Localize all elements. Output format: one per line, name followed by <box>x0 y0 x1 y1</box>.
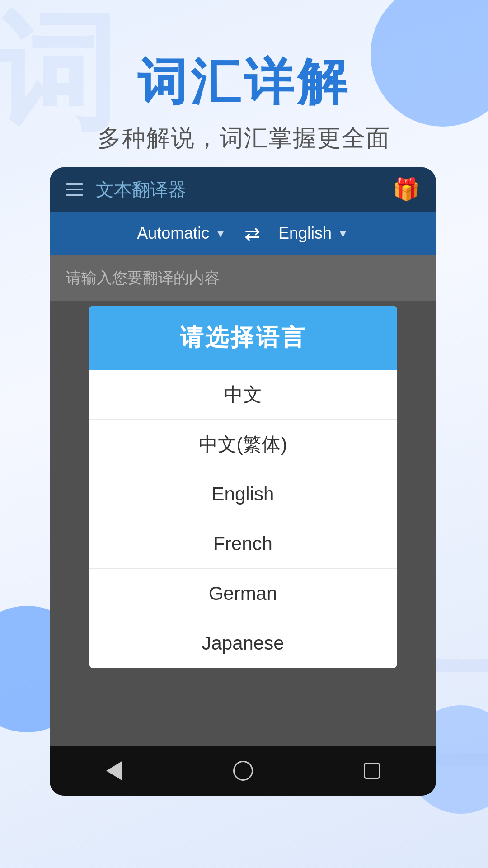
dialog-language-item-3[interactable]: French <box>89 519 397 569</box>
hamburger-menu-button[interactable] <box>66 183 83 196</box>
swap-languages-button[interactable]: ⇄ <box>244 222 260 245</box>
language-select-dialog: 请选择语言 中文中文(繁体)EnglishFrenchGermanJapanes… <box>89 306 397 668</box>
source-language-selector[interactable]: Automatic ▼ <box>137 224 226 243</box>
dialog-overlay: 请选择语言 中文中文(繁体)EnglishFrenchGermanJapanes… <box>50 301 436 746</box>
dialog-language-label-0: 中文 <box>224 382 262 407</box>
app-topbar: 文本翻译器 🎁 <box>50 167 436 212</box>
target-lang-dropdown-icon: ▼ <box>337 226 349 241</box>
gift-icon[interactable]: 🎁 <box>393 177 420 202</box>
dialog-language-label-2: English <box>212 483 274 505</box>
header-area: 词汇详解 多种解说，词汇掌握更全面 <box>0 0 488 154</box>
nav-back-button[interactable] <box>96 753 132 789</box>
input-placeholder[interactable]: 请输入您要翻译的内容 <box>66 268 420 288</box>
dialog-language-item-4[interactable]: German <box>89 569 397 618</box>
dialog-language-label-1: 中文(繁体) <box>199 432 287 457</box>
sub-title: 多种解说，词汇掌握更全面 <box>0 123 488 154</box>
phone-frame: 文本翻译器 🎁 Automatic ▼ ⇄ English ▼ 请输入您要翻译的… <box>50 167 436 796</box>
source-lang-dropdown-icon: ▼ <box>215 226 226 241</box>
hamburger-line-2 <box>66 189 83 190</box>
dialog-language-item-1[interactable]: 中文(繁体) <box>89 420 397 469</box>
dialog-language-label-3: French <box>213 533 272 555</box>
dialog-language-item-0[interactable]: 中文 <box>89 370 397 420</box>
source-language-label: Automatic <box>137 224 209 243</box>
bottom-nav-bar <box>50 746 436 796</box>
hamburger-line-1 <box>66 183 83 185</box>
recents-icon <box>364 763 380 779</box>
back-icon <box>106 761 122 781</box>
main-title: 词汇详解 <box>0 54 488 109</box>
hamburger-line-3 <box>66 194 83 196</box>
dialog-language-item-5[interactable]: Japanese <box>89 618 397 668</box>
lang-bar: Automatic ▼ ⇄ English ▼ <box>50 212 436 255</box>
app-title: 文本翻译器 <box>96 177 393 202</box>
dialog-language-item-2[interactable]: English <box>89 469 397 519</box>
dialog-language-list: 中文中文(繁体)EnglishFrenchGermanJapanese <box>89 370 397 668</box>
dialog-language-label-5: Japanese <box>202 632 284 654</box>
dialog-title: 请选择语言 <box>180 324 306 350</box>
target-language-selector[interactable]: English ▼ <box>278 224 349 243</box>
dialog-header: 请选择语言 <box>89 306 397 370</box>
dialog-language-label-4: German <box>209 583 277 604</box>
nav-home-button[interactable] <box>225 753 261 789</box>
input-area: 请输入您要翻译的内容 <box>50 255 436 301</box>
target-language-label: English <box>278 224 332 243</box>
home-icon <box>233 761 253 781</box>
nav-recents-button[interactable] <box>354 753 390 789</box>
